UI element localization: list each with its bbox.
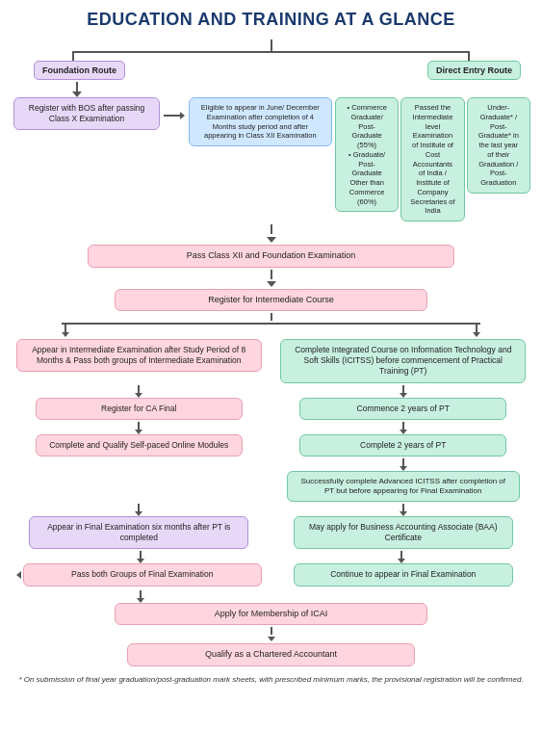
direct-route-label: Direct Entry Route [427, 61, 521, 80]
under-graduate-box: Under-Graduate* / Post-Graduate* in the … [467, 97, 530, 194]
qualify-ca-box: Qualify as a Chartered Accountant [127, 643, 415, 666]
complete-2yr-box: Complete 2 years of PT [299, 434, 506, 456]
flowchart: EDUCATION AND TRAINING AT A GLANCE Found… [10, 10, 532, 685]
pass-both-groups-box: Pass both Groups of Final Examination [23, 563, 262, 586]
footnote: * On submission of final year graduation… [13, 674, 528, 685]
complete-icitss-box: Complete Integrated Course on Informatio… [280, 339, 526, 382]
eligible-appear-box: Eligible to appear in June/ December Exa… [189, 97, 332, 146]
passed-intermediate-box: Passed the Intermediate level Examinatio… [400, 97, 464, 222]
appear-intermediate-box: Appear in Intermediate Examination after… [16, 339, 262, 372]
may-apply-baa-box: May apply for Business Accounting Associ… [294, 516, 513, 549]
appear-final-box: Appear in Final Examination six months a… [29, 516, 248, 549]
page-title: EDUCATION AND TRAINING AT A GLANCE [87, 10, 455, 30]
continue-appear-box: Continue to appear in Final Examination [294, 563, 513, 586]
complete-qualify-box: Complete and Qualify Self-paced Online M… [36, 434, 243, 456]
register-ca-final-box: Register for CA Final [36, 398, 243, 420]
register-bos-box: Register with BOS after passing Class X … [13, 97, 160, 130]
commerce-box: • Commerce Graduate/ Post-Graduate (55%)… [335, 97, 399, 212]
commence-2yr-box: Commence 2 years of PT [299, 398, 506, 420]
pass-class12-box: Pass Class XII and Foundation Examinatio… [88, 245, 453, 268]
register-intermediate-box: Register for Intermediate Course [115, 289, 428, 312]
apply-membership-box: Apply for Membership of ICAI [115, 603, 428, 626]
advanced-icitss-box: Successfully complete Advanced ICITSS af… [287, 471, 520, 503]
foundation-route-label: Foundation Route [34, 61, 125, 80]
